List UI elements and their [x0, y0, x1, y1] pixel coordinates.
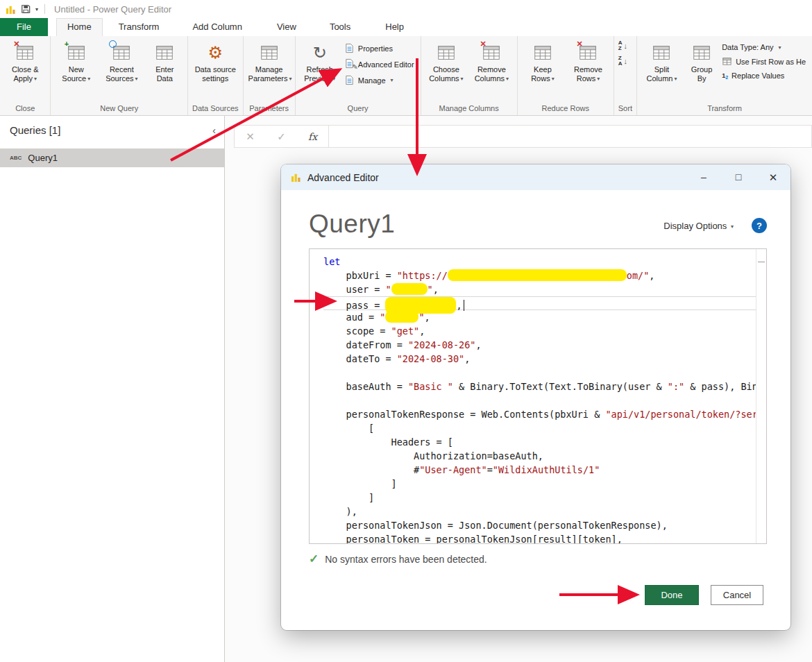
fx-icon[interactable]: fx — [297, 126, 328, 147]
help-icon[interactable]: ? — [752, 218, 767, 233]
choose-columns-icon — [436, 40, 457, 65]
chevron-down-icon: ▾ — [597, 76, 600, 82]
tab-home[interactable]: Home — [56, 18, 103, 36]
tab-tools[interactable]: Tools — [319, 18, 361, 36]
query-list-item[interactable]: ABC Query1 — [0, 148, 224, 167]
syntax-status: ✓ No syntax errors have been detected. — [309, 552, 767, 566]
group-label-new-query: New Query — [51, 103, 187, 115]
gear-icon: ⚙ — [208, 40, 223, 65]
group-label-transform: Transform — [637, 103, 812, 115]
group-label-close: Close — [0, 103, 50, 115]
replace-values-button[interactable]: 12 Replace Values — [722, 71, 806, 80]
formula-input[interactable] — [329, 125, 812, 148]
maximize-button[interactable]: □ — [721, 164, 756, 190]
dialog-query-name: Query1 — [309, 210, 395, 239]
properties-icon — [344, 43, 355, 53]
close-button[interactable]: ✕ — [756, 164, 790, 190]
chevron-down-icon: ▾ — [289, 76, 291, 82]
manage-icon — [344, 75, 355, 85]
collapse-pane-icon[interactable]: ‹ — [212, 124, 216, 136]
tab-help[interactable]: Help — [375, 18, 414, 36]
chevron-down-icon: ▾ — [674, 76, 677, 82]
enter-data-icon — [154, 40, 175, 65]
code-content[interactable]: let pbxUri = "https://om/", user = "", p… — [310, 249, 756, 543]
manage-button[interactable]: Manage ▾ — [344, 75, 414, 85]
group-by-button[interactable]: Group By — [685, 38, 718, 85]
arrow-down-icon: ↓ — [624, 57, 628, 65]
code-scrollbar[interactable] — [756, 249, 766, 543]
chevron-down-icon: ▾ — [552, 76, 555, 82]
group-label-data-sources: Data Sources — [188, 103, 243, 115]
chevron-down-icon: ▾ — [391, 77, 394, 83]
close-x-icon: ✕ — [13, 40, 19, 48]
recent-sources-icon — [111, 40, 132, 65]
data-source-settings-button[interactable]: ⚙ Data source settings — [192, 38, 239, 85]
chevron-down-icon: ▾ — [731, 223, 734, 230]
ribbon: ✕ Close & Apply▾ Close + New Source▾ Re — [0, 36, 812, 116]
choose-columns-button[interactable]: Choose Columns▾ — [425, 38, 468, 85]
code-editor[interactable]: let pbxUri = "https://om/", user = "", p… — [309, 248, 767, 544]
keep-rows-button[interactable]: Keep Rows▾ — [521, 38, 565, 85]
save-icon[interactable] — [21, 4, 31, 14]
advanced-editor-icon: ✎ — [344, 58, 355, 70]
remove-columns-icon: ✕ — [481, 40, 502, 65]
manage-parameters-icon — [259, 40, 280, 65]
powerbi-logo-icon — [6, 4, 16, 15]
manage-parameters-button[interactable]: Manage Parameters▾ — [247, 38, 291, 85]
advanced-editor-button[interactable]: ✎ Advanced Editor — [344, 58, 414, 70]
replace-values-icon: 12 — [722, 72, 728, 80]
tab-view[interactable]: View — [267, 18, 307, 36]
window-titlebar: ▾ Untitled - Power Query Editor — [0, 0, 812, 18]
group-by-icon — [691, 40, 712, 65]
split-column-icon — [651, 40, 672, 65]
queries-pane-title: Queries [1] — [10, 124, 60, 136]
arrow-down-icon: ↓ — [624, 42, 628, 50]
remove-x-icon: ✕ — [576, 40, 582, 48]
use-first-row-button[interactable]: Use First Row as He — [722, 56, 806, 67]
chevron-down-icon: ▾ — [34, 76, 37, 82]
cancel-button[interactable]: Cancel — [711, 585, 763, 605]
recent-sources-button[interactable]: Recent Sources▾ — [100, 38, 144, 85]
display-options-dropdown[interactable]: Display Options ▾ — [663, 221, 734, 231]
cancel-entry-icon[interactable]: ✕ — [235, 126, 266, 147]
sort-za-icon: ZA — [618, 56, 623, 67]
check-icon: ✓ — [309, 552, 319, 566]
sort-descending-button[interactable]: ZA ↓ — [618, 56, 627, 67]
commit-entry-icon[interactable]: ✓ — [266, 126, 297, 147]
abc-text-icon: ABC — [10, 155, 22, 161]
remove-x-icon: ✕ — [480, 40, 486, 48]
menubar: File Home Transform Add Column View Tool… — [0, 18, 812, 36]
minimize-button[interactable]: – — [686, 164, 721, 190]
quick-access-dropdown-icon[interactable]: ▾ — [35, 6, 38, 12]
close-and-apply-button[interactable]: ✕ Close & Apply▾ — [3, 38, 46, 85]
ribbon-group-new-query: + New Source▾ Recent Sources▾ Enter Data… — [51, 36, 187, 115]
tab-add-column[interactable]: Add Column — [182, 18, 253, 36]
chevron-down-icon: ▾ — [87, 76, 90, 82]
sort-ascending-button[interactable]: AZ ↓ — [618, 40, 627, 51]
enter-data-button[interactable]: Enter Data — [146, 38, 184, 85]
new-source-icon: + — [66, 40, 87, 65]
refresh-preview-button[interactable]: ↻ Refresh Preview▾ — [299, 38, 341, 85]
split-column-button[interactable]: Split Column▾ — [641, 38, 683, 85]
dialog-titlebar[interactable]: Advanced Editor – □ ✕ — [281, 164, 790, 190]
data-type-dropdown[interactable]: Data Type: Any ▾ — [722, 43, 806, 51]
remove-rows-icon: ✕ — [577, 40, 598, 65]
chevron-down-icon: ▾ — [506, 76, 509, 82]
ribbon-group-query: ↻ Refresh Preview▾ Properties ✎ Advanced… — [296, 36, 421, 115]
ribbon-group-data-sources: ⚙ Data source settings Data Sources — [188, 36, 244, 115]
done-button[interactable]: Done — [645, 585, 699, 605]
properties-button[interactable]: Properties — [344, 43, 414, 53]
chevron-down-icon: ▾ — [332, 76, 335, 82]
formula-bar: ✕ ✓ fx — [234, 125, 812, 148]
dialog-title: Advanced Editor — [307, 172, 686, 183]
tab-transform[interactable]: Transform — [108, 18, 170, 36]
plus-icon: + — [65, 40, 69, 48]
pencil-icon: ✎ — [352, 63, 357, 71]
remove-columns-button[interactable]: ✕ Remove Columns▾ — [470, 38, 514, 85]
ribbon-group-reduce-rows: Keep Rows▾ ✕ Remove Rows▾ Reduce Rows — [518, 36, 614, 115]
new-source-button[interactable]: + New Source▾ — [54, 38, 98, 85]
remove-rows-button[interactable]: ✕ Remove Rows▾ — [566, 38, 610, 85]
group-label-parameters: Parameters — [244, 103, 295, 115]
tab-file[interactable]: File — [0, 18, 48, 36]
group-label-query: Query — [296, 103, 421, 115]
